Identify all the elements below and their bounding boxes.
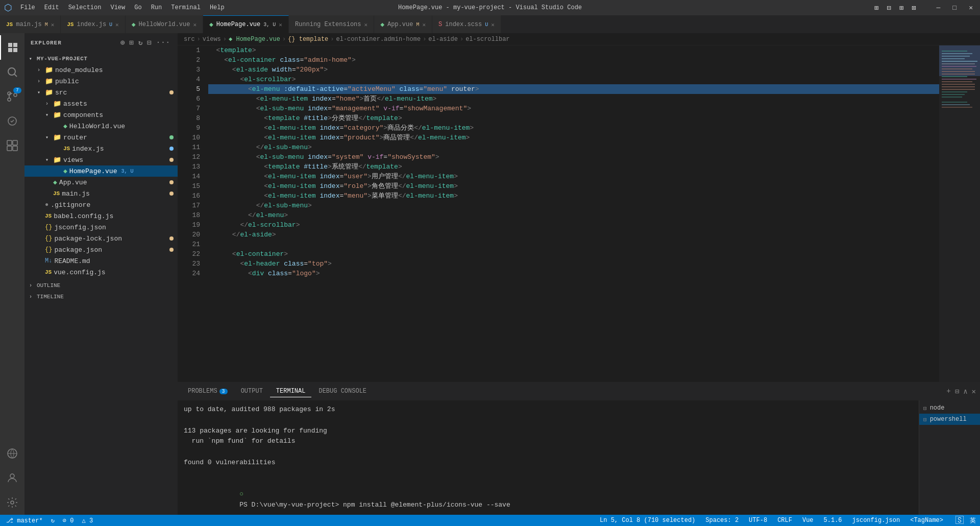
tree-babel[interactable]: › JS babel.config.js — [24, 210, 178, 222]
tab-app-vue[interactable]: ◆ App.vue M ✕ — [374, 15, 432, 33]
refresh-icon[interactable]: ↻ — [137, 37, 144, 48]
layout-icon[interactable]: ⊞ — [871, 3, 881, 13]
layout3-icon[interactable]: ⊞ — [896, 3, 906, 13]
tab-close-homepage[interactable]: ✕ — [279, 21, 282, 28]
status-config[interactable]: jsconfig.json — [850, 517, 902, 524]
session-node[interactable]: ⊡ node — [919, 402, 980, 414]
split-terminal-icon[interactable]: ⊟ — [955, 387, 959, 396]
status-language[interactable]: Vue — [800, 517, 816, 524]
tree-main-js[interactable]: › JS main.js — [24, 188, 178, 199]
tree-project-root[interactable]: ▾ MY-VUE-PROJECT — [24, 53, 178, 64]
status-warnings[interactable]: △ 3 — [80, 517, 95, 524]
activity-extensions[interactable] — [0, 133, 24, 158]
code-editor[interactable]: <template> <el-container class="admin-ho… — [204, 45, 939, 382]
tree-components[interactable]: ▾ 📁 components — [24, 109, 178, 121]
activity-explorer[interactable] — [0, 35, 24, 60]
activity-account[interactable] — [0, 466, 24, 490]
new-folder-icon[interactable]: ⊞ — [128, 37, 135, 48]
layout4-icon[interactable]: ⊠ — [909, 3, 919, 13]
layout2-icon[interactable]: ⊟ — [884, 3, 894, 13]
menu-file[interactable]: File — [16, 3, 39, 12]
tree-src[interactable]: ▾ 📁 src — [24, 87, 178, 98]
activity-settings[interactable] — [0, 490, 24, 515]
breadcrumb-homepage-vue[interactable]: ◆ HomePage.vue — [229, 35, 280, 43]
tab-close[interactable]: ✕ — [51, 21, 55, 28]
js-icon: JS — [45, 213, 52, 219]
status-ime[interactable]: 英 — [970, 516, 976, 525]
activity-git[interactable]: 7 — [0, 84, 24, 109]
tree-gitignore[interactable]: › ● .gitignore — [24, 199, 178, 210]
tab-output[interactable]: OUTPUT — [235, 386, 269, 397]
tab-close[interactable]: ✕ — [422, 21, 426, 28]
status-errors[interactable]: ⊘ 0 — [61, 517, 76, 524]
maximize-panel-icon[interactable]: ∧ — [963, 387, 967, 396]
menu-go[interactable]: Go — [130, 3, 145, 12]
menu-edit[interactable]: Edit — [40, 3, 63, 12]
close-panel-icon[interactable]: ✕ — [972, 387, 976, 396]
tab-index-scss[interactable]: S index.scss U ✕ — [432, 15, 501, 33]
timeline-section[interactable]: › TIMELINE — [24, 291, 178, 302]
menu-view[interactable]: View — [106, 3, 129, 12]
tab-homepage[interactable]: ◆ HomePage.vue 3, U ✕ — [203, 15, 289, 33]
menu-help[interactable]: Help — [206, 3, 229, 12]
tab-close[interactable]: ✕ — [115, 21, 119, 28]
status-spaces[interactable]: Spaces: 2 — [703, 517, 741, 524]
tab-terminal[interactable]: TERMINAL — [270, 386, 312, 397]
status-sync[interactable]: ↻ — [49, 517, 57, 524]
tab-close[interactable]: ✕ — [193, 21, 197, 28]
tree-views[interactable]: ▾ 📁 views — [24, 154, 178, 165]
tree-assets[interactable]: › 📁 assets — [24, 98, 178, 109]
breadcrumb-template[interactable]: {} template — [288, 36, 328, 43]
activity-debug[interactable] — [0, 109, 24, 133]
breadcrumb-el-container[interactable]: el-container.admin-home — [336, 36, 421, 43]
tab-running-ext[interactable]: Running Extensions ✕ — [289, 15, 374, 33]
tab-debug-console[interactable]: DEBUG CONSOLE — [312, 386, 373, 397]
editor-column: src › views › ◆ HomePage.vue › {} templa… — [178, 33, 980, 515]
status-position[interactable]: Ln 5, Col 8 (710 selected) — [598, 517, 697, 524]
collapse-icon[interactable]: ⊟ — [146, 37, 153, 48]
maximize-button[interactable]: □ — [949, 3, 960, 13]
breadcrumb-src[interactable]: src — [184, 36, 195, 43]
tree-public[interactable]: › 📁 public — [24, 76, 178, 87]
session-powershell[interactable]: ⊡ powershell — [919, 414, 980, 425]
tree-router-index[interactable]: › JS index.js — [24, 143, 178, 154]
tree-helloworld[interactable]: › ◆ HelloWorld.vue — [24, 121, 178, 132]
tab-close[interactable]: ✕ — [491, 21, 495, 28]
more-icon[interactable]: ··· — [155, 37, 172, 48]
breadcrumb-views[interactable]: views — [203, 36, 221, 43]
tree-node-modules[interactable]: › 📁 node_modules — [24, 64, 178, 76]
breadcrumb-el-aside[interactable]: el-aside — [428, 36, 458, 43]
tab-close[interactable]: ✕ — [364, 21, 368, 28]
status-branch[interactable]: ⎇ master* — [4, 517, 45, 524]
tree-vue-config[interactable]: › JS vue.config.js — [24, 267, 178, 278]
activity-remote[interactable] — [0, 441, 24, 466]
menu-selection[interactable]: Selection — [64, 3, 106, 12]
outline-section[interactable]: › OUTLINE — [24, 280, 178, 291]
tree-package-json[interactable]: › {} package.json — [24, 244, 178, 255]
tree-homepage[interactable]: › ◆ HomePage.vue 3, U — [24, 165, 178, 177]
breadcrumb-el-scrollbar[interactable]: el-scrollbar — [465, 36, 509, 43]
tab-main-js[interactable]: JS main.js M ✕ — [0, 15, 61, 33]
terminal-area[interactable]: up to date, audited 988 packages in 2s 1… — [178, 400, 919, 515]
status-version[interactable]: 5.1.6 — [822, 517, 844, 524]
menu-terminal[interactable]: Terminal — [167, 3, 205, 12]
tree-router[interactable]: ▾ 📁 router — [24, 132, 178, 143]
tab-problems[interactable]: PROBLEMS3 — [182, 386, 234, 397]
status-tag[interactable]: <TagName> — [908, 517, 945, 524]
tab-helloworld[interactable]: ◆ HelloWorld.vue ✕ — [126, 15, 203, 33]
tab-index-js[interactable]: JS index.js U ✕ — [61, 15, 125, 33]
tree-readme[interactable]: › M↓ README.md — [24, 255, 178, 267]
status-encoding[interactable]: UTF-8 — [747, 517, 769, 524]
chevron-right-icon: › — [43, 101, 51, 107]
new-file-icon[interactable]: ⊕ — [119, 37, 126, 48]
tree-jsconfig[interactable]: › {} jsconfig.json — [24, 222, 178, 233]
code-line-7: <el-sub-menu index="management" v-if="sh… — [208, 104, 939, 113]
tree-app-vue[interactable]: › ◆ App.vue — [24, 177, 178, 188]
status-line-endings[interactable]: CRLF — [775, 517, 794, 524]
close-button[interactable]: ✕ — [966, 3, 976, 13]
menu-run[interactable]: Run — [147, 3, 166, 12]
activity-search[interactable] — [0, 60, 24, 84]
minimize-button[interactable]: ─ — [934, 3, 944, 13]
tree-package-lock[interactable]: › {} package-lock.json — [24, 233, 178, 244]
add-terminal-icon[interactable]: + — [946, 387, 950, 396]
